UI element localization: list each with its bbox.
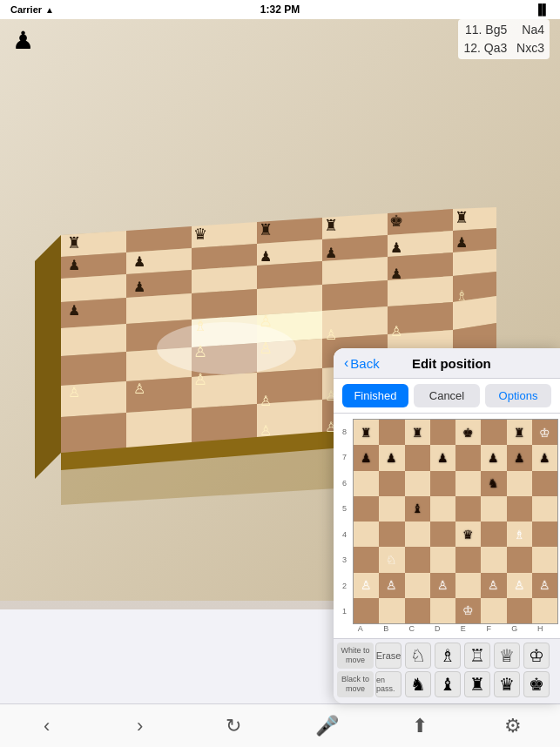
mini-cell[interactable] — [379, 471, 404, 496]
mini-cell[interactable] — [405, 471, 430, 496]
mini-cell[interactable] — [532, 496, 557, 522]
forward-toolbar-button[interactable]: › — [121, 707, 159, 745]
mini-cell[interactable] — [507, 598, 532, 623]
svg-text:♗: ♗ — [193, 317, 207, 334]
mini-cell[interactable] — [430, 547, 455, 572]
mini-cell[interactable]: ♟ — [532, 445, 557, 470]
mini-cell[interactable]: ♙ — [507, 573, 532, 598]
black-knight-btn[interactable]: ♞ — [405, 671, 431, 697]
mini-cell[interactable] — [481, 522, 506, 547]
mini-cell[interactable] — [532, 547, 557, 572]
mini-cell[interactable] — [481, 420, 506, 445]
mini-cell[interactable]: ♟ — [354, 445, 379, 470]
mini-cell[interactable]: ♚ — [455, 420, 481, 445]
mini-cell[interactable] — [507, 471, 532, 496]
cancel-button[interactable]: Cancel — [414, 384, 480, 407]
svg-marker-37 — [61, 352, 126, 386]
mini-cell[interactable] — [455, 496, 481, 522]
mini-cell[interactable] — [532, 471, 557, 496]
settings-toolbar-button[interactable]: ⚙ — [494, 707, 532, 745]
mini-cell[interactable] — [532, 522, 557, 547]
mini-cell[interactable]: ♜ — [507, 420, 532, 445]
mini-cell[interactable]: ♞ — [481, 471, 506, 496]
mini-cell[interactable] — [430, 471, 455, 496]
svg-marker-22 — [453, 249, 496, 276]
mini-cell[interactable] — [481, 496, 506, 522]
mini-cell[interactable]: ♗ — [507, 522, 532, 547]
svg-text:♟: ♟ — [325, 246, 337, 260]
erase-button[interactable]: Erase — [375, 643, 401, 669]
black-queen-btn[interactable]: ♛ — [494, 671, 520, 697]
gear-icon: ⚙ — [504, 715, 522, 737]
mini-cell[interactable] — [430, 420, 455, 445]
mini-cell[interactable] — [379, 522, 404, 547]
mic-toolbar-button[interactable]: 🎤 — [307, 707, 346, 745]
board-with-coords: 87654321 ♜♜♚♜♔♟♟♟♟♟♟♞♝♛♗♘♙♙♙♙♙♙♔ — [353, 419, 553, 624]
mini-cell[interactable]: ♙ — [532, 573, 557, 598]
mini-cell[interactable]: ♜ — [354, 420, 379, 445]
white-knight-btn[interactable]: ♘ — [405, 643, 431, 669]
mini-cell[interactable] — [405, 573, 430, 598]
white-bishop-btn[interactable]: ♗ — [435, 643, 461, 669]
mini-cell[interactable]: ♔ — [455, 598, 481, 623]
mini-cell[interactable]: ♙ — [430, 573, 455, 598]
mini-cell[interactable] — [354, 547, 379, 572]
mini-cell[interactable] — [405, 598, 430, 623]
mini-cell[interactable] — [354, 471, 379, 496]
mini-cell[interactable]: ♙ — [481, 573, 506, 598]
svg-marker-16 — [61, 274, 126, 302]
rotate-toolbar-button[interactable]: ↻ — [214, 707, 253, 745]
panel-header: ‹ Back Edit position — [334, 348, 560, 379]
white-queen-btn[interactable]: ♕ — [494, 643, 520, 669]
mini-cell[interactable] — [405, 547, 430, 572]
mini-cell[interactable] — [379, 496, 404, 522]
mini-cell[interactable] — [379, 420, 404, 445]
mini-cell[interactable]: ♟ — [379, 445, 404, 470]
mini-cell[interactable] — [430, 522, 455, 547]
en-passant-button[interactable]: en pass. — [375, 671, 401, 697]
mini-cell[interactable]: ♟ — [430, 445, 455, 470]
svg-marker-25 — [192, 289, 257, 320]
mini-cell[interactable] — [354, 522, 379, 547]
mini-cell[interactable]: ♟ — [481, 445, 506, 470]
mini-cell[interactable] — [481, 547, 506, 572]
mini-cell[interactable] — [532, 598, 557, 623]
black-to-move-label[interactable]: Black to move — [337, 671, 374, 697]
mini-cell[interactable] — [507, 496, 532, 522]
mini-board[interactable]: ♜♜♚♜♔♟♟♟♟♟♟♞♝♛♗♘♙♙♙♙♙♙♔ — [353, 419, 558, 624]
mini-cell[interactable]: ♙ — [379, 573, 404, 598]
mini-cell[interactable] — [507, 547, 532, 572]
mini-cell[interactable] — [405, 522, 430, 547]
share-toolbar-button[interactable]: ⬆ — [401, 707, 439, 745]
white-rook-btn[interactable]: ♖ — [464, 643, 490, 669]
mini-cell[interactable]: ♔ — [532, 420, 557, 445]
mini-cell[interactable] — [455, 471, 481, 496]
mini-cell[interactable] — [405, 445, 430, 470]
svg-point-60 — [157, 322, 296, 374]
white-king-btn[interactable]: ♔ — [523, 643, 550, 669]
mini-cell[interactable]: ♛ — [455, 522, 481, 547]
black-rook-btn[interactable]: ♜ — [464, 671, 490, 697]
mini-cell[interactable] — [430, 598, 455, 623]
black-king-btn[interactable]: ♚ — [523, 671, 550, 697]
mini-cell[interactable] — [455, 547, 481, 572]
mini-cell[interactable]: ♝ — [405, 496, 430, 522]
mini-cell[interactable]: ♙ — [354, 573, 379, 598]
options-button[interactable]: Options — [485, 384, 551, 407]
mini-cell[interactable] — [354, 598, 379, 623]
back-button[interactable]: ‹ Back — [344, 355, 380, 371]
mini-board-container: 87654321 ♜♜♚♜♔♟♟♟♟♟♟♞♝♛♗♘♙♙♙♙♙♙♔ ABCDEFG… — [334, 414, 560, 638]
mini-cell[interactable]: ♟ — [507, 445, 532, 470]
mini-cell[interactable] — [455, 445, 481, 470]
mini-cell[interactable] — [481, 598, 506, 623]
white-to-move-label[interactable]: White to move — [337, 643, 374, 669]
mini-cell[interactable] — [455, 573, 481, 598]
mini-cell[interactable] — [430, 496, 455, 522]
back-toolbar-button[interactable]: ‹ — [28, 707, 66, 745]
mini-cell[interactable]: ♜ — [405, 420, 430, 445]
black-bishop-btn[interactable]: ♝ — [435, 671, 461, 697]
mini-cell[interactable]: ♘ — [379, 547, 404, 572]
mini-cell[interactable] — [354, 496, 379, 522]
finished-button[interactable]: Finished — [342, 384, 408, 407]
mini-cell[interactable] — [379, 598, 404, 623]
